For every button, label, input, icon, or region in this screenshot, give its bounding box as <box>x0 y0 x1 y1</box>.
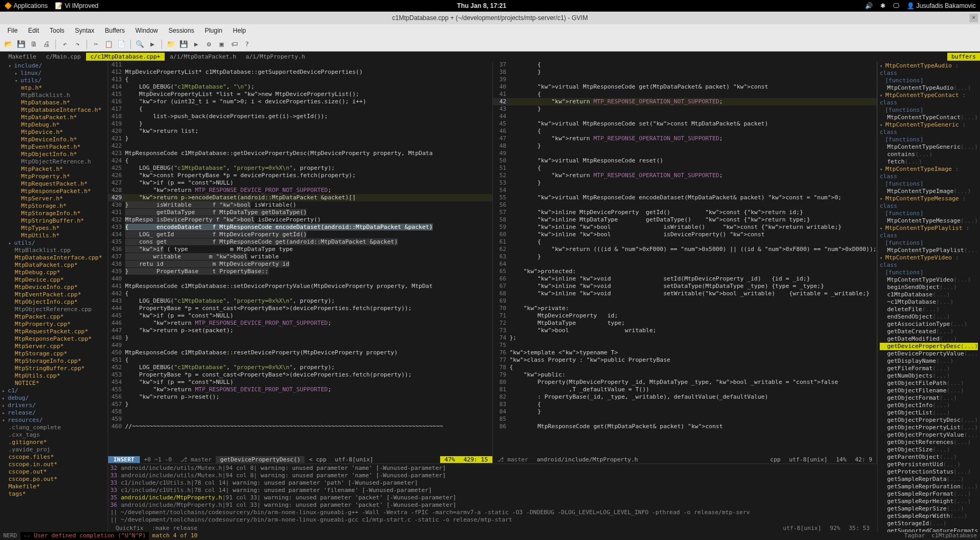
code-line[interactable]: 85 <box>493 416 877 423</box>
print-icon[interactable]: 🖨 <box>41 39 52 50</box>
tree-item[interactable]: MtpDevice.cpp* <box>2 276 106 284</box>
tag-member[interactable]: getObjectReferences(...) <box>880 439 978 446</box>
tag-member[interactable]: contains(...) <box>880 151 978 158</box>
tree-item[interactable]: .cxx_tags <box>2 431 106 439</box>
code-line[interactable]: 417 { <box>108 105 492 113</box>
code-line[interactable]: 83 { <box>493 401 877 408</box>
tag-member[interactable]: getObjectList(...) <box>880 409 978 417</box>
code-line[interactable]: 430} isWritable f "kw">bool isWritable() <box>108 201 492 209</box>
code-line[interactable]: 450MtpResponseCode c1MtpDatabase::resetD… <box>108 349 492 356</box>
find-icon[interactable]: 🔍 <box>135 39 145 50</box>
shell-icon[interactable]: ▣ <box>216 39 227 50</box>
code-line[interactable]: 38 } <box>493 69 877 76</box>
tree-item[interactable]: debug/ <box>2 394 106 402</box>
tag-member[interactable]: getObjectPropertyList(...) <box>880 424 978 431</box>
code-line[interactable]: 425 LOG_DEBUG("c1MtpDatabase", "property… <box>108 165 492 172</box>
code-line[interactable]: 421} <box>108 135 492 142</box>
tree-item[interactable]: cscope.po.out* <box>2 476 106 483</box>
tree-item[interactable]: MtpTypes.h* <box>2 225 106 232</box>
code-line[interactable]: 449 <box>108 342 492 349</box>
right-pane[interactable]: 37 {38 }3940 "kw">virtual MtpResponseCod… <box>493 61 878 464</box>
tags-icon[interactable]: 🏷 <box>229 39 240 50</box>
code-line[interactable]: 77"kw">class Property : "kw">public Prop… <box>493 356 877 364</box>
tag-member[interactable]: getDateModified(...) <box>880 335 978 343</box>
tag-member[interactable]: getSampleReprData(...) <box>880 476 978 483</box>
buffer-tab[interactable]: c/Main.cpp <box>42 53 85 61</box>
tree-item[interactable]: cscope.out* <box>2 468 106 476</box>
code-line[interactable]: 439} PropertyBase t PropertyBase:: <box>108 268 492 275</box>
tag-member[interactable]: beginSendObject(...) <box>880 284 978 291</box>
code-line[interactable]: 45 "kw">virtual MtpResponseCode set("kw"… <box>493 120 877 128</box>
tagbar-sidebar[interactable]: MtpContentTypeAudio : class[functions]Mt… <box>877 61 980 532</box>
code-line[interactable]: 62 "kw">return (((id & "num">0xF000) == … <box>493 246 877 253</box>
code-line[interactable]: 442{ <box>108 290 492 297</box>
tree-item[interactable]: cscope.in.out* <box>2 461 106 468</box>
quickfix-item[interactable]: 33 c1/include/c1Utils.h|78 col 14| warni… <box>110 479 875 487</box>
tag-member[interactable]: getAssociationType(...) <box>880 321 978 328</box>
tree-item[interactable]: MtpDebug.h* <box>2 121 106 129</box>
code-line[interactable]: 451{ <box>108 356 492 364</box>
tree-item[interactable]: drivers/ <box>2 402 106 409</box>
menu-syntax[interactable]: Syntax <box>71 26 99 35</box>
tree-item[interactable]: release/ <box>2 409 106 417</box>
bluetooth-icon[interactable]: ✱ <box>880 2 886 9</box>
quickfix-item[interactable]: 36 android/include/MtpProperty.h|91 col … <box>110 502 875 509</box>
tag-class[interactable]: MtpContentTypeMessage : class <box>880 195 978 210</box>
code-line[interactable]: 454 "kw">if (p == "const">NULL) <box>108 379 492 386</box>
tree-item[interactable]: MtpDebug.cpp* <box>2 269 106 276</box>
tree-item[interactable]: MtpDatabaseInterface.h* <box>2 107 106 114</box>
code-line[interactable]: 79 "kw">public: <box>493 371 877 379</box>
tree-item[interactable]: MtpResponsePacket.cpp* <box>2 335 106 343</box>
tree-item[interactable]: MtpServer.cpp* <box>2 343 106 350</box>
tag-member[interactable]: MtpContentTypeMessage(...) <box>880 217 978 225</box>
tag-member[interactable]: getDisplayName(...) <box>880 358 978 365</box>
code-line[interactable]: 419 } <box>108 120 492 128</box>
code-line[interactable]: 54 <box>493 187 877 194</box>
buffer-tab[interactable]: c/c1MtpDatabase.cpp+ <box>86 53 164 61</box>
code-line[interactable]: 443 LOG_DEBUG("c1MtpDatabase", "property… <box>108 297 492 305</box>
tag-member[interactable]: getObjectFilename(...) <box>880 387 978 394</box>
make-icon[interactable]: ⚙ <box>204 39 214 50</box>
quickfix-item[interactable]: 33 c1/include/c1Utils.h|78 col 14| warni… <box>110 487 875 494</box>
code-line[interactable]: 67 "kw">inline "kw">void setDataType(Mtp… <box>493 283 877 290</box>
tree-item[interactable]: MtpRequestPacket.h* <box>2 180 106 188</box>
code-line[interactable]: 71 MtpDeviceProperty id; <box>493 312 877 320</box>
tag-member[interactable]: getObjectPropertyDesc(...) <box>880 417 978 424</box>
code-line[interactable]: 73 "kw">bool writable; <box>493 327 877 334</box>
tag-member[interactable]: getDevicePropertyValue(...) <box>880 350 978 358</box>
code-line[interactable]: 57 "kw">inline MtpDeviceProperty getId()… <box>493 209 877 216</box>
tree-item[interactable]: MtpStorage.cpp* <box>2 350 106 358</box>
code-line[interactable]: 444 PropertyBase *p = const_cast<Propert… <box>108 305 492 312</box>
tree-item[interactable]: MtpObjectInfo.cpp* <box>2 298 106 306</box>
code-line[interactable]: 422 <box>108 142 492 150</box>
session-load-icon[interactable]: 📁 <box>166 39 176 50</box>
code-line[interactable]: 415 MtpDevicePropertyList *list = "kw">n… <box>108 91 492 98</box>
help-icon[interactable]: ? <box>242 39 252 50</box>
tree-item[interactable]: c1/ <box>2 387 106 394</box>
code-line[interactable]: 76"kw">template <"kw">typename T> <box>493 349 877 356</box>
tree-item[interactable]: NOTICE* <box>2 380 106 387</box>
tag-member[interactable]: getSampleReprHeight(...) <box>880 498 978 505</box>
tag-member[interactable]: c1MtpDatabase(...) <box>880 291 978 298</box>
tree-item[interactable]: MtpPacket.h* <box>2 166 106 173</box>
code-line[interactable]: 48 } <box>493 142 877 150</box>
tree-item[interactable]: MtpDevice.h* <box>2 129 106 136</box>
tree-item[interactable]: MtpPacket.cpp* <box>2 313 106 321</box>
code-line[interactable]: 429 "kw">return p->encodeDataset(android… <box>108 194 492 201</box>
tree-item[interactable]: utils/ <box>2 77 106 84</box>
tag-member[interactable]: getSupportedCaptureFormats(...) <box>880 527 978 532</box>
tree-item[interactable]: MtpStorageInfo.cpp* <box>2 358 106 365</box>
tag-member[interactable]: ~c1MtpDatabase(...) <box>880 298 978 306</box>
code-line[interactable]: 75 <box>493 342 877 349</box>
code-line[interactable]: 456 "kw">return p->reset(); <box>108 393 492 401</box>
menu-tools[interactable]: Tools <box>45 26 69 35</box>
redo-icon[interactable]: ↷ <box>72 39 83 50</box>
left-pane[interactable]: 411412MtpDevicePropertyList* c1MtpDataba… <box>108 61 493 464</box>
code-line[interactable]: 460//~~~~~~~~~~~~~~~~~~~~~~~~~~~~~~~~~~~… <box>108 423 492 430</box>
tag-member[interactable]: getDevicePropertyDesc(...) <box>880 343 978 350</box>
code-line[interactable]: 66 "kw">inline "kw">void setId(MtpDevice… <box>493 275 877 283</box>
code-line[interactable]: 447 "kw">return p->set(packet); <box>108 327 492 334</box>
open-icon[interactable]: 📂 <box>3 39 14 50</box>
tree-item[interactable]: MtpDatabaseInterface.cpp* <box>2 254 106 262</box>
tag-class[interactable]: MtpContentTypeAudio : class <box>880 62 978 77</box>
